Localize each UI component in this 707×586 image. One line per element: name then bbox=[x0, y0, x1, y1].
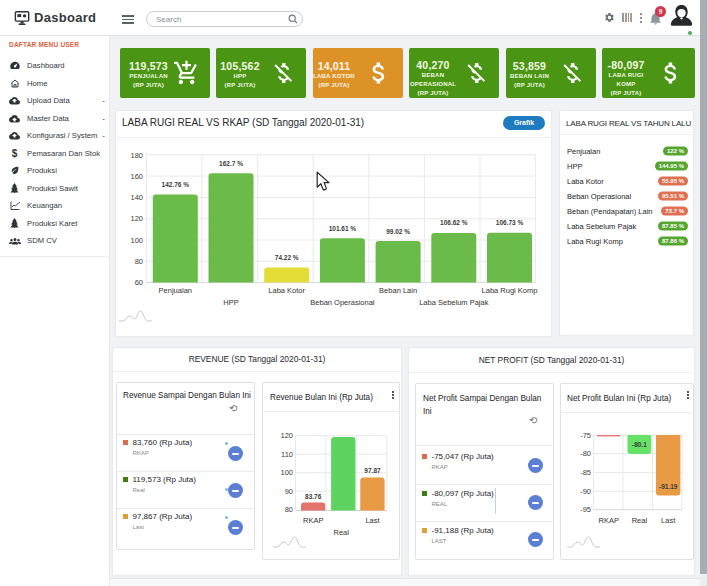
svg-text:100: 100 bbox=[130, 236, 143, 245]
svg-text:Last: Last bbox=[365, 516, 380, 525]
svg-text:80: 80 bbox=[284, 505, 292, 514]
svg-text:HPP: HPP bbox=[223, 298, 238, 307]
svg-text:90: 90 bbox=[284, 487, 292, 496]
svg-text:106.62 %: 106.62 % bbox=[440, 219, 468, 226]
svg-text:-80.1: -80.1 bbox=[631, 441, 646, 448]
svg-text:Beban Operasional: Beban Operasional bbox=[310, 298, 375, 307]
svg-text:101.61 %: 101.61 % bbox=[329, 225, 357, 232]
svg-text:Last: Last bbox=[661, 516, 676, 525]
svg-text:110: 110 bbox=[281, 450, 293, 459]
svg-text:Beban Lain: Beban Lain bbox=[379, 286, 417, 295]
svg-text:142.76 %: 142.76 % bbox=[162, 181, 190, 188]
svg-text:Laba Rugi Komp: Laba Rugi Komp bbox=[482, 286, 538, 295]
svg-text:120: 120 bbox=[130, 214, 143, 223]
svg-text:-85: -85 bbox=[580, 468, 591, 477]
svg-text:99.02 %: 99.02 % bbox=[386, 228, 410, 235]
svg-text:97.87: 97.87 bbox=[364, 467, 381, 474]
svg-text:106.73 %: 106.73 % bbox=[496, 219, 524, 226]
svg-text:-80: -80 bbox=[580, 449, 591, 458]
svg-text:RKAP: RKAP bbox=[302, 516, 322, 525]
svg-text:RKAP: RKAP bbox=[598, 516, 618, 525]
svg-text:-91.19: -91.19 bbox=[658, 483, 677, 490]
svg-text:-75: -75 bbox=[580, 431, 591, 440]
svg-text:-90: -90 bbox=[580, 487, 591, 496]
svg-text:Laba Sebelum Pajak: Laba Sebelum Pajak bbox=[419, 298, 488, 307]
svg-text:83.76: 83.76 bbox=[305, 493, 322, 500]
svg-text:162.7 %: 162.7 % bbox=[219, 160, 243, 167]
svg-text:Laba Kotor: Laba Kotor bbox=[268, 286, 305, 295]
svg-text:120: 120 bbox=[280, 431, 293, 440]
svg-text:160: 160 bbox=[130, 172, 143, 181]
svg-text:-95: -95 bbox=[580, 505, 591, 514]
svg-text:74.22 %: 74.22 % bbox=[275, 254, 299, 261]
svg-text:80: 80 bbox=[135, 257, 143, 266]
svg-text:140: 140 bbox=[130, 193, 143, 202]
svg-text:180: 180 bbox=[130, 151, 143, 160]
svg-text:Real: Real bbox=[631, 516, 647, 525]
svg-text:100: 100 bbox=[280, 468, 293, 477]
svg-text:60: 60 bbox=[135, 278, 143, 287]
svg-text:Real: Real bbox=[333, 528, 349, 537]
svg-text:Penjualan: Penjualan bbox=[159, 286, 192, 295]
